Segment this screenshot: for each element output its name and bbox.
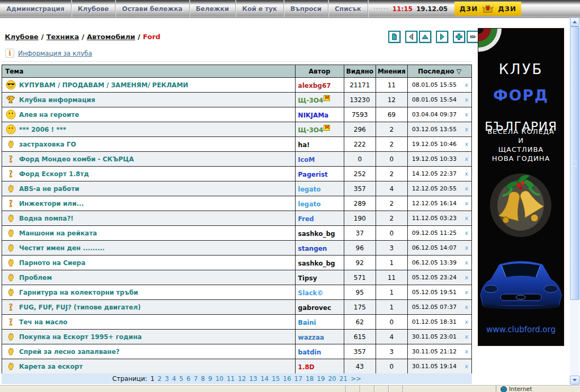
delete-topic-link[interactable]: x: [465, 230, 468, 236]
delete-topic-link[interactable]: x: [465, 318, 468, 325]
delete-topic-link[interactable]: x: [465, 304, 468, 311]
topic-author[interactable]: wazzaa: [298, 334, 324, 341]
expand-button[interactable]: [453, 31, 465, 43]
topic-link[interactable]: ABS-а не работи: [19, 185, 79, 193]
pagination-page-link[interactable]: 6: [186, 375, 191, 382]
pagination-page-link[interactable]: 21: [340, 375, 347, 382]
topic-author[interactable]: Tipsy: [298, 275, 317, 282]
nav-item-1[interactable]: Администрация: [0, 0, 72, 17]
topic-author[interactable]: Щ-3О4: [298, 126, 324, 134]
column-header-2[interactable]: Автор: [295, 65, 344, 78]
topic-link[interactable]: Маншони на рейката: [19, 230, 97, 237]
delete-topic-link[interactable]: x: [465, 141, 468, 148]
topic-link[interactable]: Гарнитура на колекторни тръби: [19, 289, 138, 296]
scrollbar-down-button[interactable]: [570, 376, 579, 385]
topic-author[interactable]: IcoM: [298, 156, 315, 163]
topic-author[interactable]: Fred: [298, 215, 314, 223]
topic-link[interactable]: Теч на масло: [19, 318, 67, 326]
breadcrumb-link-2[interactable]: Техника: [46, 33, 79, 41]
pagination-page-link[interactable]: 2: [158, 375, 162, 382]
topic-author[interactable]: NIKJAMa: [298, 112, 329, 119]
delete-topic-link[interactable]: x: [465, 363, 468, 370]
pagination-next-link[interactable]: >>: [351, 375, 361, 382]
delete-topic-link[interactable]: x: [465, 274, 468, 281]
pagination-page-link[interactable]: 19: [317, 375, 325, 382]
topic-link[interactable]: Честит имен ден .........: [19, 244, 105, 252]
topic-link[interactable]: КУПУВАМ / ПРОДАВАМ / ЗАМЕНЯМ/ РЕКЛАМИ: [19, 81, 188, 89]
column-header-1[interactable]: Тема: [2, 65, 296, 78]
delete-topic-link[interactable]: x: [465, 81, 468, 88]
delete-topic-link[interactable]: x: [465, 170, 468, 177]
delete-topic-link[interactable]: x: [465, 200, 468, 207]
topic-author[interactable]: ha!: [298, 141, 310, 149]
topic-link[interactable]: Спрей за лесно запалване?: [19, 348, 120, 355]
topic-author[interactable]: stangen: [298, 245, 327, 252]
nav-item-3[interactable]: Остави бележка: [115, 0, 189, 17]
pagination-page-link[interactable]: 12: [238, 375, 246, 382]
nav-item-7[interactable]: Списък: [328, 0, 368, 17]
delete-topic-link[interactable]: x: [465, 348, 468, 355]
topic-author[interactable]: sashko_bg: [298, 230, 335, 238]
topic-author[interactable]: sashko_bg: [298, 260, 335, 267]
topic-author[interactable]: Slack©: [298, 289, 324, 297]
breadcrumb-link-3[interactable]: Автомобили: [87, 33, 135, 41]
topic-link[interactable]: Инжектори или...: [19, 200, 84, 207]
pagination-page-link[interactable]: 13: [249, 375, 257, 382]
page-top-button[interactable]: [419, 31, 431, 43]
pagination-page-link[interactable]: 20: [328, 375, 336, 382]
topic-link[interactable]: Форд Ескорт 1.8тд: [19, 170, 89, 178]
pagination-page-link[interactable]: 8: [201, 375, 205, 382]
collapse-button[interactable]: [467, 31, 479, 43]
column-header-4[interactable]: Мнения: [376, 65, 407, 78]
topic-link[interactable]: FUG, FUF, FUJ? (типове двигател): [19, 304, 141, 311]
topic-author[interactable]: batdin: [298, 349, 322, 356]
pagination-page-link[interactable]: 3: [165, 375, 169, 382]
delete-topic-link[interactable]: x: [465, 333, 468, 340]
prev-page-button[interactable]: [405, 31, 417, 43]
pagination-page-link[interactable]: 16: [283, 375, 291, 382]
pagination-page-link[interactable]: 11: [227, 375, 235, 382]
topic-link[interactable]: застраховка ГО: [19, 141, 76, 148]
pagination-page-link[interactable]: 17: [295, 375, 302, 382]
topic-author[interactable]: Baini: [298, 319, 316, 326]
nav-item-6[interactable]: Въпроси: [284, 0, 328, 17]
new-topic-button[interactable]: [388, 31, 400, 43]
nav-item-4[interactable]: Бележки: [190, 0, 236, 17]
next-page-button[interactable]: [436, 31, 448, 43]
topic-author[interactable]: Pagerist: [298, 171, 328, 178]
pagination-page-link[interactable]: 18: [306, 375, 314, 382]
topic-author[interactable]: legato: [298, 200, 321, 208]
scrollbar-thumb[interactable]: [570, 26, 579, 300]
topic-link[interactable]: Водна помпа?!: [19, 215, 74, 222]
topic-link[interactable]: Покупка на Ескорт 1995+ година: [19, 333, 142, 341]
club-info-link[interactable]: Информация за клуба: [18, 50, 92, 57]
pagination-page-link[interactable]: 4: [172, 375, 176, 382]
topic-link[interactable]: Клубна информация: [19, 96, 95, 104]
topic-author[interactable]: legato: [298, 186, 321, 193]
delete-topic-link[interactable]: x: [465, 215, 468, 222]
topic-author[interactable]: 1.8D: [298, 363, 315, 371]
delete-topic-link[interactable]: x: [465, 126, 468, 133]
topic-link[interactable]: Алея на героите: [19, 111, 79, 118]
topic-author[interactable]: Щ-3О4: [298, 97, 324, 104]
pagination-page-link[interactable]: 9: [208, 375, 212, 382]
pagination-page-link[interactable]: 5: [179, 375, 183, 382]
topic-author[interactable]: alexbg67: [298, 82, 331, 89]
delete-topic-link[interactable]: x: [465, 289, 468, 296]
topic-link[interactable]: Парното на Сиера: [19, 259, 85, 267]
delete-topic-link[interactable]: x: [465, 259, 468, 266]
vertical-scrollbar[interactable]: [570, 17, 579, 385]
topic-link[interactable]: *** 2006 ! ***: [19, 126, 66, 133]
nav-item-5[interactable]: Кой е тук: [236, 0, 284, 17]
topic-link[interactable]: Карета за ескорт: [19, 363, 83, 370]
clubford-ad-banner[interactable]: КЛУБ ФОРД БЪЛГАРИЯ ВЕСЕЛА КОЛЕДА И ЩАСТЛ…: [478, 28, 564, 346]
breadcrumb-link-1[interactable]: Клубове: [5, 33, 39, 41]
pagination-page-link[interactable]: 14: [261, 375, 269, 382]
pagination-page-link[interactable]: 7: [194, 375, 198, 382]
dzi-ad-banner[interactable]: ДЗИ ДЗИ: [454, 2, 521, 16]
topic-author[interactable]: gabrovec: [298, 304, 332, 312]
delete-topic-link[interactable]: x: [465, 244, 468, 251]
column-header-5[interactable]: Последно ▽: [407, 65, 471, 78]
pagination-page-link[interactable]: 15: [272, 375, 280, 382]
delete-topic-link[interactable]: x: [465, 156, 468, 162]
